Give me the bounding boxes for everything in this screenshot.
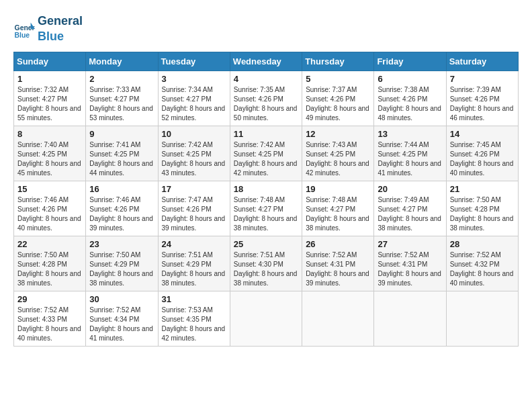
day-info: Sunrise: 7:48 AMSunset: 4:27 PMDaylight:… bbox=[234, 195, 298, 233]
calendar-cell: 21Sunrise: 7:50 AMSunset: 4:28 PMDayligh… bbox=[446, 181, 518, 236]
day-info: Sunrise: 7:38 AMSunset: 4:26 PMDaylight:… bbox=[378, 85, 442, 123]
day-info: Sunrise: 7:39 AMSunset: 4:26 PMDaylight:… bbox=[450, 85, 515, 123]
calendar-cell: 6Sunrise: 7:38 AMSunset: 4:26 PMDaylight… bbox=[374, 71, 446, 126]
logo: General Blue General Blue bbox=[13, 13, 83, 45]
day-info: Sunrise: 7:42 AMSunset: 4:25 PMDaylight:… bbox=[162, 140, 226, 178]
day-info: Sunrise: 7:52 AMSunset: 4:31 PMDaylight:… bbox=[378, 250, 442, 288]
day-number: 30 bbox=[89, 294, 154, 304]
day-info: Sunrise: 7:52 AMSunset: 4:31 PMDaylight:… bbox=[306, 250, 370, 288]
col-header-thursday: Thursday bbox=[302, 52, 374, 71]
day-number: 1 bbox=[17, 74, 82, 84]
day-info: Sunrise: 7:52 AMSunset: 4:33 PMDaylight:… bbox=[17, 306, 82, 343]
calendar-cell: 13Sunrise: 7:44 AMSunset: 4:25 PMDayligh… bbox=[374, 126, 446, 181]
day-number: 28 bbox=[450, 239, 515, 249]
day-info: Sunrise: 7:41 AMSunset: 4:25 PMDaylight:… bbox=[89, 140, 154, 178]
calendar-cell: 10Sunrise: 7:42 AMSunset: 4:25 PMDayligh… bbox=[158, 126, 230, 181]
calendar-cell bbox=[446, 291, 518, 346]
page-header: General Blue General Blue bbox=[13, 13, 519, 45]
col-header-sunday: Sunday bbox=[14, 52, 86, 71]
day-number: 20 bbox=[378, 184, 442, 194]
calendar-cell: 31Sunrise: 7:53 AMSunset: 4:35 PMDayligh… bbox=[158, 291, 230, 346]
day-info: Sunrise: 7:34 AMSunset: 4:27 PMDaylight:… bbox=[162, 85, 226, 123]
day-number: 6 bbox=[378, 74, 442, 84]
day-info: Sunrise: 7:51 AMSunset: 4:30 PMDaylight:… bbox=[234, 250, 298, 288]
calendar-cell: 5Sunrise: 7:37 AMSunset: 4:26 PMDaylight… bbox=[302, 71, 374, 126]
day-number: 13 bbox=[378, 129, 442, 139]
week-row: 22Sunrise: 7:50 AMSunset: 4:28 PMDayligh… bbox=[14, 236, 519, 291]
week-row: 29Sunrise: 7:52 AMSunset: 4:33 PMDayligh… bbox=[14, 291, 519, 346]
calendar-cell: 12Sunrise: 7:43 AMSunset: 4:25 PMDayligh… bbox=[302, 126, 374, 181]
day-number: 22 bbox=[17, 239, 82, 249]
calendar-cell: 11Sunrise: 7:42 AMSunset: 4:25 PMDayligh… bbox=[230, 126, 302, 181]
week-row: 1Sunrise: 7:32 AMSunset: 4:27 PMDaylight… bbox=[14, 71, 519, 126]
day-number: 29 bbox=[17, 294, 82, 304]
day-number: 16 bbox=[89, 184, 154, 194]
day-number: 26 bbox=[306, 239, 370, 249]
calendar-cell: 19Sunrise: 7:48 AMSunset: 4:27 PMDayligh… bbox=[302, 181, 374, 236]
day-info: Sunrise: 7:40 AMSunset: 4:25 PMDaylight:… bbox=[17, 140, 82, 178]
day-number: 15 bbox=[17, 184, 82, 194]
day-number: 23 bbox=[89, 239, 154, 249]
day-info: Sunrise: 7:45 AMSunset: 4:26 PMDaylight:… bbox=[450, 140, 515, 178]
day-info: Sunrise: 7:43 AMSunset: 4:25 PMDaylight:… bbox=[306, 140, 370, 178]
calendar-cell: 30Sunrise: 7:52 AMSunset: 4:34 PMDayligh… bbox=[86, 291, 158, 346]
day-info: Sunrise: 7:51 AMSunset: 4:29 PMDaylight:… bbox=[162, 250, 226, 288]
calendar-cell: 18Sunrise: 7:48 AMSunset: 4:27 PMDayligh… bbox=[230, 181, 302, 236]
logo-general: General bbox=[38, 13, 83, 29]
calendar-cell: 8Sunrise: 7:40 AMSunset: 4:25 PMDaylight… bbox=[14, 126, 86, 181]
calendar-cell: 1Sunrise: 7:32 AMSunset: 4:27 PMDaylight… bbox=[14, 71, 86, 126]
week-row: 15Sunrise: 7:46 AMSunset: 4:26 PMDayligh… bbox=[14, 181, 519, 236]
calendar-cell bbox=[374, 291, 446, 346]
col-header-wednesday: Wednesday bbox=[230, 52, 302, 71]
logo-blue: Blue bbox=[38, 29, 83, 44]
day-info: Sunrise: 7:50 AMSunset: 4:28 PMDaylight:… bbox=[450, 195, 515, 233]
day-number: 10 bbox=[162, 129, 226, 139]
day-info: Sunrise: 7:48 AMSunset: 4:27 PMDaylight:… bbox=[306, 195, 370, 233]
calendar-cell: 2Sunrise: 7:33 AMSunset: 4:27 PMDaylight… bbox=[86, 71, 158, 126]
calendar-table: SundayMondayTuesdayWednesdayThursdayFrid… bbox=[13, 52, 519, 347]
col-header-friday: Friday bbox=[374, 52, 446, 71]
calendar-cell: 26Sunrise: 7:52 AMSunset: 4:31 PMDayligh… bbox=[302, 236, 374, 291]
day-info: Sunrise: 7:37 AMSunset: 4:26 PMDaylight:… bbox=[306, 85, 370, 123]
day-number: 27 bbox=[378, 239, 442, 249]
col-header-monday: Monday bbox=[86, 52, 158, 71]
logo-icon: General Blue bbox=[13, 18, 35, 40]
day-number: 3 bbox=[162, 74, 226, 84]
calendar-cell: 24Sunrise: 7:51 AMSunset: 4:29 PMDayligh… bbox=[158, 236, 230, 291]
calendar-cell bbox=[302, 291, 374, 346]
svg-text:Blue: Blue bbox=[15, 32, 30, 39]
day-number: 4 bbox=[234, 74, 298, 84]
col-header-tuesday: Tuesday bbox=[158, 52, 230, 71]
calendar-cell: 4Sunrise: 7:35 AMSunset: 4:26 PMDaylight… bbox=[230, 71, 302, 126]
day-info: Sunrise: 7:44 AMSunset: 4:25 PMDaylight:… bbox=[378, 140, 442, 178]
day-info: Sunrise: 7:46 AMSunset: 4:26 PMDaylight:… bbox=[17, 195, 82, 233]
day-info: Sunrise: 7:50 AMSunset: 4:28 PMDaylight:… bbox=[17, 250, 82, 288]
day-info: Sunrise: 7:46 AMSunset: 4:26 PMDaylight:… bbox=[89, 195, 154, 233]
day-info: Sunrise: 7:52 AMSunset: 4:34 PMDaylight:… bbox=[89, 306, 154, 343]
day-number: 12 bbox=[306, 129, 370, 139]
calendar-cell: 29Sunrise: 7:52 AMSunset: 4:33 PMDayligh… bbox=[14, 291, 86, 346]
day-number: 17 bbox=[162, 184, 226, 194]
day-info: Sunrise: 7:47 AMSunset: 4:26 PMDaylight:… bbox=[162, 195, 226, 233]
day-number: 18 bbox=[234, 184, 298, 194]
calendar-cell: 28Sunrise: 7:52 AMSunset: 4:32 PMDayligh… bbox=[446, 236, 518, 291]
day-number: 21 bbox=[450, 184, 515, 194]
day-number: 25 bbox=[234, 239, 298, 249]
day-number: 19 bbox=[306, 184, 370, 194]
day-info: Sunrise: 7:53 AMSunset: 4:35 PMDaylight:… bbox=[162, 306, 226, 343]
day-info: Sunrise: 7:49 AMSunset: 4:27 PMDaylight:… bbox=[378, 195, 442, 233]
calendar-cell: 25Sunrise: 7:51 AMSunset: 4:30 PMDayligh… bbox=[230, 236, 302, 291]
calendar-cell: 7Sunrise: 7:39 AMSunset: 4:26 PMDaylight… bbox=[446, 71, 518, 126]
calendar-cell: 9Sunrise: 7:41 AMSunset: 4:25 PMDaylight… bbox=[86, 126, 158, 181]
day-number: 8 bbox=[17, 129, 82, 139]
col-header-saturday: Saturday bbox=[446, 52, 518, 71]
calendar-cell: 15Sunrise: 7:46 AMSunset: 4:26 PMDayligh… bbox=[14, 181, 86, 236]
day-number: 2 bbox=[89, 74, 154, 84]
day-number: 14 bbox=[450, 129, 515, 139]
day-info: Sunrise: 7:35 AMSunset: 4:26 PMDaylight:… bbox=[234, 85, 298, 123]
calendar-cell: 14Sunrise: 7:45 AMSunset: 4:26 PMDayligh… bbox=[446, 126, 518, 181]
day-number: 5 bbox=[306, 74, 370, 84]
calendar-cell: 20Sunrise: 7:49 AMSunset: 4:27 PMDayligh… bbox=[374, 181, 446, 236]
calendar-cell bbox=[230, 291, 302, 346]
calendar-cell: 16Sunrise: 7:46 AMSunset: 4:26 PMDayligh… bbox=[86, 181, 158, 236]
